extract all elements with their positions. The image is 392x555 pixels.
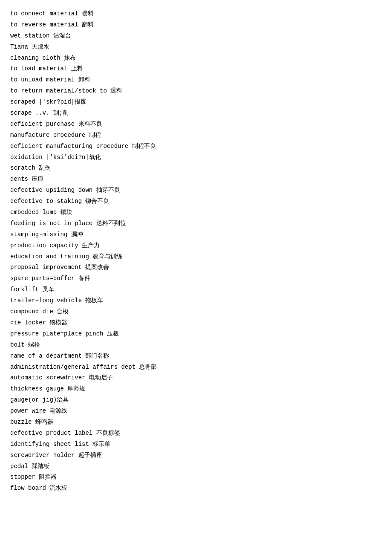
list-item: automatic screwdriver 电动启子: [10, 373, 382, 384]
list-item: defective upsiding down 抽芽不良: [10, 185, 382, 196]
list-item: gauge(or jig)治具: [10, 395, 382, 406]
list-item: buzzle 蜂鸣器: [10, 417, 382, 428]
list-item: thickness gauge 厚薄规: [10, 384, 382, 395]
list-item: to return material/stock to 退料: [10, 86, 382, 97]
list-item: compound die 合模: [10, 306, 382, 318]
list-item: die locker 锁模器: [10, 318, 382, 329]
list-item: dents 压痕: [10, 174, 382, 185]
list-item: pressure plate=plate pinch 压板: [10, 329, 382, 340]
list-item: spare parts=buffer 备件: [10, 273, 382, 284]
list-item: trailer=long vehicle 拖板车: [10, 295, 382, 306]
list-item: stamping-missing 漏冲: [10, 229, 382, 240]
list-item: wet station 沾湿台: [10, 31, 382, 42]
list-item: scrape ..v. 刮;削: [10, 108, 382, 119]
list-item: name of a department 部门名称: [10, 351, 382, 362]
list-item: deficient manufacturing procedure 制程不良: [10, 141, 382, 152]
list-item: to load material 上料: [10, 64, 382, 75]
list-item: deficient purchase 来料不良: [10, 119, 382, 130]
list-item: education and training 教育与训练: [10, 251, 382, 263]
list-item: feeding is not in place 送料不到位: [10, 218, 382, 229]
list-item: to connect material 接料: [10, 9, 382, 20]
list-item: scratch 刮伤: [10, 163, 382, 174]
list-item: defective to staking 铆合不良: [10, 196, 382, 207]
list-item: identifying sheet list 标示单: [10, 439, 382, 450]
list-item: forklift 叉车: [10, 284, 382, 295]
list-item: proposal improvement 提案改善: [10, 262, 382, 273]
list-item: to reverse material 翻料: [10, 20, 382, 31]
list-item: power wire 电源线: [10, 406, 382, 417]
list-item: defective product label 不良标签: [10, 428, 382, 439]
list-item: production capacity 生产力: [10, 240, 382, 251]
list-item: Tiana 天那水: [10, 42, 382, 53]
list-item: embedded lump 镶块: [10, 207, 382, 218]
list-item: bolt 螺栓: [10, 340, 382, 351]
list-item: pedal 踩踏板: [10, 461, 382, 472]
list-item: scraped |'skr?pid|报废: [10, 97, 382, 108]
list-item: manufacture procedure 制程: [10, 130, 382, 141]
list-item: stopper 阻挡器: [10, 472, 382, 483]
list-item: cleaning cloth 抹布: [10, 53, 382, 64]
list-item: screwdriver holder 起子插座: [10, 450, 382, 461]
list-item: flow board 流水板: [10, 483, 382, 494]
list-item: administration/general affairs dept 总务部: [10, 362, 382, 373]
list-item: oxidation |'ksi'dei?n|氧化: [10, 152, 382, 163]
list-item: to unload material 卸料: [10, 75, 382, 86]
vocabulary-list: to connect material 接料to reverse materia…: [10, 9, 382, 494]
